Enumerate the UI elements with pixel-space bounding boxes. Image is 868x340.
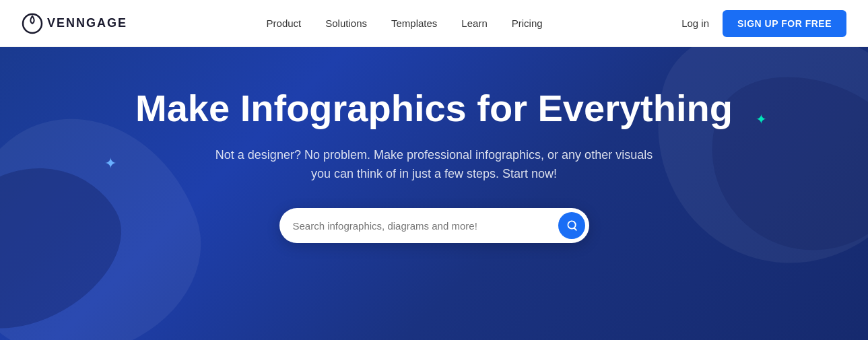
nav-templates[interactable]: Templates	[391, 18, 437, 29]
main-nav: Product Solutions Templates Learn Pricin…	[267, 18, 543, 29]
hero-section: ✦ ✦ Make Infographics for Everything Not…	[0, 47, 868, 340]
star-left-icon: ✦	[104, 155, 116, 172]
hero-title: Make Infographics for Everything	[135, 88, 733, 129]
nav-pricing[interactable]: Pricing	[512, 18, 543, 29]
logo-text: VENNGAGE	[47, 16, 127, 30]
search-input[interactable]	[293, 220, 558, 232]
nav-learn[interactable]: Learn	[461, 18, 487, 29]
search-icon	[566, 219, 578, 232]
nav-solutions[interactable]: Solutions	[325, 18, 367, 29]
brand-logo[interactable]: VENNGAGE	[22, 13, 127, 34]
navbar-actions: Log in SIGN UP FOR FREE	[681, 10, 846, 37]
navbar: VENNGAGE Product Solutions Templates Lea…	[0, 0, 868, 47]
search-bar	[279, 208, 589, 243]
nav-product[interactable]: Product	[267, 18, 302, 29]
hero-subtitle: Not a designer? No problem. Make profess…	[205, 145, 663, 184]
logo-icon	[22, 13, 43, 34]
star-right-icon: ✦	[756, 111, 767, 127]
login-button[interactable]: Log in	[681, 18, 709, 29]
hero-content: Make Infographics for Everything Not a d…	[135, 88, 733, 243]
search-button[interactable]	[558, 212, 585, 239]
signup-button[interactable]: SIGN UP FOR FREE	[723, 10, 846, 37]
